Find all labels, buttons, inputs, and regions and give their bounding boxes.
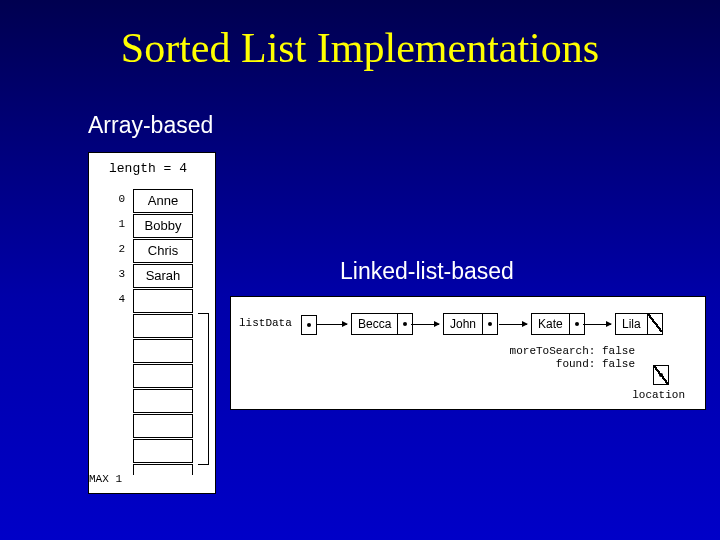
flag-found: found: false — [510, 358, 635, 371]
array-cell-empty — [133, 389, 193, 413]
node-value: John — [444, 314, 483, 334]
location-label: location — [632, 389, 685, 401]
listdata-label: listData — [239, 317, 292, 329]
slide-title: Sorted List Implementations — [0, 24, 720, 72]
arrow-icon — [317, 324, 347, 325]
array-cell-0: Anne — [133, 189, 193, 213]
node-next-null — [648, 314, 662, 334]
array-cell-1: Bobby — [133, 214, 193, 238]
array-length-label: length = 4 — [109, 161, 187, 176]
label-linked-list-based: Linked-list-based — [340, 258, 514, 285]
array-index-0: 0 — [95, 193, 125, 205]
linked-node: Becca — [351, 313, 413, 335]
array-cell-empty — [133, 464, 193, 475]
linked-node: Kate — [531, 313, 585, 335]
linked-flags: moreToSearch: false found: false — [510, 345, 635, 371]
array-diagram: length = 4 0 Anne 1 Bobby 2 Chris 3 Sara… — [88, 152, 216, 494]
array-cell-empty — [133, 289, 193, 313]
null-slash-icon — [648, 314, 662, 332]
array-max-label: MAX 1 — [89, 473, 122, 485]
label-array-based: Array-based — [88, 112, 213, 139]
location-pointer-box — [653, 365, 669, 385]
array-cell-empty — [133, 314, 193, 338]
array-cell-empty — [133, 339, 193, 363]
array-cell-3: Sarah — [133, 264, 193, 288]
linked-list-diagram: listData Becca John Kate Lila — [230, 296, 706, 410]
array-index-2: 2 — [95, 243, 125, 255]
linked-node: John — [443, 313, 498, 335]
node-next-pointer — [483, 314, 497, 334]
null-slash-icon — [654, 366, 668, 384]
pointer-dot-icon — [488, 322, 492, 326]
slide: Sorted List Implementations Array-based … — [0, 0, 720, 540]
pointer-dot-icon — [575, 322, 579, 326]
listdata-pointer-box — [301, 315, 317, 335]
array-index-1: 1 — [95, 218, 125, 230]
node-value: Lila — [616, 314, 648, 334]
array-index-3: 3 — [95, 268, 125, 280]
flag-more-to-search: moreToSearch: false — [510, 345, 635, 358]
node-next-pointer — [570, 314, 584, 334]
array-index-4: 4 — [95, 293, 125, 305]
array-cell-empty — [133, 414, 193, 438]
node-value: Kate — [532, 314, 570, 334]
arrow-icon — [499, 324, 527, 325]
array-free-brace — [198, 313, 209, 465]
array-cell-empty — [133, 364, 193, 388]
pointer-dot-icon — [307, 323, 311, 327]
pointer-dot-icon — [403, 322, 407, 326]
linked-node: Lila — [615, 313, 663, 335]
array-cell-2: Chris — [133, 239, 193, 263]
arrow-icon — [411, 324, 439, 325]
arrow-icon — [583, 324, 611, 325]
node-value: Becca — [352, 314, 398, 334]
array-cell-empty — [133, 439, 193, 463]
